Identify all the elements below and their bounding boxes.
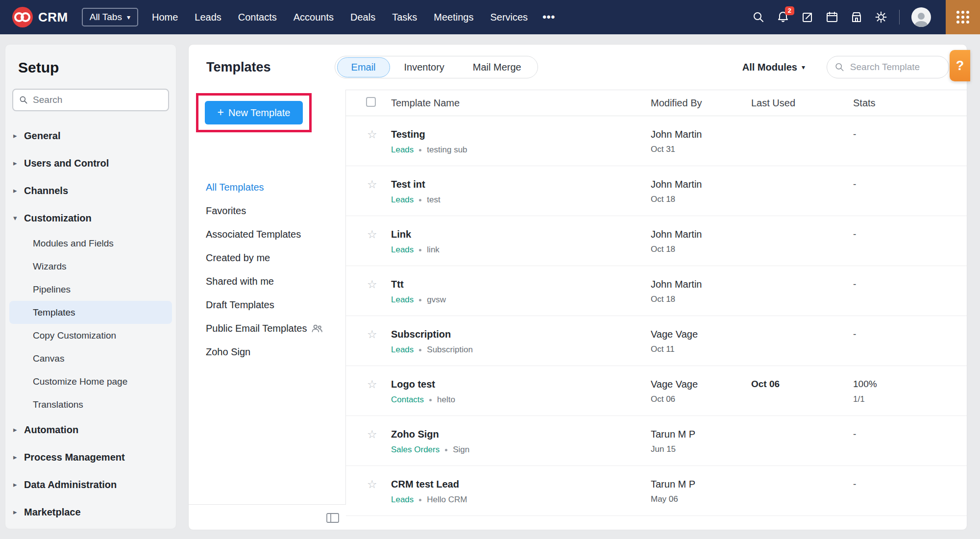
module-link[interactable]: Contacts — [391, 395, 424, 405]
settings-gear-icon[interactable] — [875, 11, 887, 24]
nav-deals[interactable]: Deals — [350, 12, 375, 23]
apps-grid-icon[interactable] — [946, 0, 980, 34]
select-all-checkbox[interactable] — [366, 97, 376, 107]
column-modified-by[interactable]: Modified By — [651, 98, 751, 109]
favorite-star-icon[interactable]: ☆ — [366, 228, 377, 241]
collapse-panel-icon[interactable] — [326, 513, 339, 523]
sidebar-search-input[interactable] — [33, 95, 162, 105]
sidebar-item-automation[interactable]: ▸ Automation — [5, 416, 176, 443]
module-link[interactable]: Leads — [391, 195, 414, 205]
column-last-used[interactable]: Last Used — [751, 98, 853, 109]
table-row[interactable]: ☆ Testing Leads testing sub John Martin … — [346, 116, 967, 166]
folder-label: Public Email Templates — [206, 323, 307, 334]
favorite-star-icon[interactable]: ☆ — [366, 378, 377, 391]
sidebar-subitem-wizards[interactable]: Wizards — [5, 255, 176, 278]
marketplace-store-icon[interactable] — [850, 11, 863, 24]
nav-accounts[interactable]: Accounts — [294, 12, 334, 23]
notifications-bell-icon[interactable]: 2 — [777, 11, 789, 24]
folder-public-email-templates[interactable]: Public Email Templates — [206, 317, 339, 340]
template-name-link[interactable]: Ttt — [391, 278, 651, 290]
module-link[interactable]: Leads — [391, 295, 414, 305]
sidebar-item-channels[interactable]: ▸ Channels — [5, 177, 176, 204]
template-search[interactable] — [827, 56, 949, 78]
nav-contacts[interactable]: Contacts — [238, 12, 277, 23]
sidebar-subitem-pipelines[interactable]: Pipelines — [5, 278, 176, 301]
template-name-link[interactable]: Subscription — [391, 328, 651, 340]
sidebar-subitem-translations[interactable]: Translations — [5, 393, 176, 416]
new-template-button[interactable]: + New Template — [205, 101, 303, 124]
sidebar-subitem-canvas[interactable]: Canvas — [5, 347, 176, 370]
search-icon[interactable] — [752, 11, 765, 24]
calendar-icon[interactable] — [826, 11, 838, 24]
tab-inventory[interactable]: Inventory — [390, 57, 459, 77]
folder-associated-templates[interactable]: Associated Templates — [206, 222, 339, 246]
tab-mail-merge[interactable]: Mail Merge — [459, 57, 536, 77]
folder-draft-templates[interactable]: Draft Templates — [206, 293, 339, 317]
table-row[interactable]: ☆ CRM test Lead Leads Hello CRM Tarun M … — [346, 466, 967, 516]
module-link[interactable]: Leads — [391, 245, 414, 255]
all-tabs-dropdown[interactable]: All Tabs ▾ — [82, 8, 138, 26]
help-tab[interactable]: ? — [950, 50, 970, 81]
user-avatar[interactable] — [911, 7, 931, 27]
sidebar-item-label: Users and Control — [24, 158, 109, 169]
sidebar-item-general[interactable]: ▸ General — [5, 122, 176, 149]
tab-email[interactable]: Email — [337, 57, 390, 77]
sidebar-item-marketplace[interactable]: ▸ Marketplace — [5, 498, 176, 526]
sidebar-subitem-templates[interactable]: Templates — [9, 301, 172, 324]
help-question-mark: ? — [956, 58, 964, 74]
all-modules-dropdown[interactable]: All Modules ▾ — [742, 62, 805, 73]
template-name-link[interactable]: Testing — [391, 128, 651, 140]
chevron-right-icon: ▸ — [13, 425, 20, 434]
folder-created-by-me[interactable]: Created by me — [206, 246, 339, 270]
nav-tasks[interactable]: Tasks — [392, 12, 417, 23]
folder-favorites[interactable]: Favorites — [206, 199, 339, 222]
module-link[interactable]: Sales Orders — [391, 445, 440, 455]
nav-more-icon[interactable]: ••• — [542, 11, 555, 24]
module-link[interactable]: Leads — [391, 345, 414, 355]
module-link[interactable]: Leads — [391, 495, 414, 505]
setup-sidebar: Setup ▸ General ▸ Users and Control ▸ Ch… — [5, 44, 176, 529]
sidebar-item-process-management[interactable]: ▸ Process Management — [5, 443, 176, 471]
table-row[interactable]: ☆ Test int Leads test John Martin Oct 18… — [346, 166, 967, 216]
table-row[interactable]: ☆ Logo test Contacts helto Vage Vage Oct… — [346, 366, 967, 416]
column-stats[interactable]: Stats — [853, 98, 967, 109]
sidebar-subitem-customize-home-page[interactable]: Customize Home page — [5, 370, 176, 393]
module-link[interactable]: Leads — [391, 145, 414, 155]
sidebar-item-customization[interactable]: ▾ Customization — [5, 204, 176, 232]
sidebar-item-data-administration[interactable]: ▸ Data Administration — [5, 471, 176, 498]
folder-all-templates[interactable]: All Templates — [206, 175, 339, 199]
nav-leads[interactable]: Leads — [195, 12, 221, 23]
nav-home[interactable]: Home — [152, 12, 178, 23]
template-name-link[interactable]: Test int — [391, 178, 651, 190]
template-search-input[interactable] — [850, 62, 941, 73]
nav-meetings[interactable]: Meetings — [434, 12, 473, 23]
table-row[interactable]: ☆ Zoho Sign Sales Orders Sign Tarun M P … — [346, 416, 967, 466]
brand[interactable]: CRM — [12, 6, 68, 28]
sidebar-item-label: Channels — [24, 185, 68, 196]
table-row[interactable]: ☆ Link Leads link John Martin Oct 18 - — [346, 216, 967, 266]
modified-date: Oct 31 — [651, 145, 751, 154]
sidebar-subitem-copy-customization[interactable]: Copy Customization — [5, 324, 176, 347]
table-row[interactable]: ☆ Ttt Leads gvsw John Martin Oct 18 - — [346, 266, 967, 316]
dot-separator — [419, 199, 421, 201]
sidebar-search[interactable] — [12, 89, 169, 111]
favorite-star-icon[interactable]: ☆ — [366, 478, 377, 490]
favorite-star-icon[interactable]: ☆ — [366, 128, 377, 141]
template-name-link[interactable]: Logo test — [391, 378, 651, 390]
template-name-link[interactable]: Link — [391, 228, 651, 240]
template-name-link[interactable]: CRM test Lead — [391, 478, 651, 490]
column-template-name[interactable]: Template Name — [391, 98, 651, 109]
annotation-highlight-box: + New Template — [196, 93, 312, 132]
sidebar-item-users-and-control[interactable]: ▸ Users and Control — [5, 149, 176, 177]
table-row[interactable]: ☆ Subscription Leads Subscription Vage V… — [346, 316, 967, 366]
sidebar-subitem-modules-and-fields[interactable]: Modules and Fields — [5, 232, 176, 255]
folder-zoho-sign[interactable]: Zoho Sign — [206, 340, 339, 364]
favorite-star-icon[interactable]: ☆ — [366, 328, 377, 341]
favorite-star-icon[interactable]: ☆ — [366, 278, 377, 291]
favorite-star-icon[interactable]: ☆ — [366, 178, 377, 191]
nav-services[interactable]: Services — [490, 12, 528, 23]
template-name-link[interactable]: Zoho Sign — [391, 428, 651, 440]
compose-note-icon[interactable] — [801, 11, 814, 24]
folder-shared-with-me[interactable]: Shared with me — [206, 270, 339, 293]
favorite-star-icon[interactable]: ☆ — [366, 428, 377, 441]
